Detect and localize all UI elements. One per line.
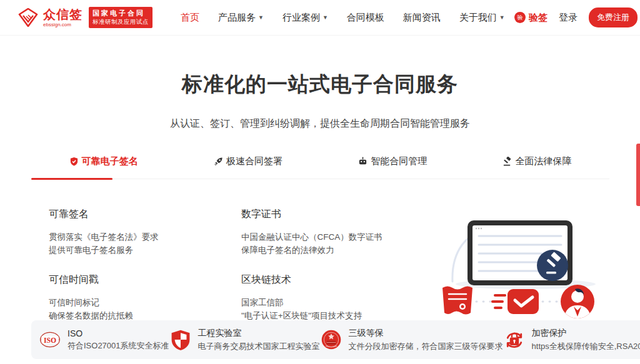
login-link[interactable]: 登录 xyxy=(559,12,578,24)
envelope-icon xyxy=(492,289,539,314)
page: 众信签 ebssign.com 国家电子合同 标准研制及应用试点 首页 产品服务… xyxy=(0,0,640,364)
chevron-down-icon: ▼ xyxy=(258,14,264,21)
tab-legal-protection[interactable]: 全面法律保障 xyxy=(465,155,609,179)
hero-section: 标准化的一站式电子合同服务 从认证、签订、管理到纠纷调解，提供全生命周期合同智能… xyxy=(0,36,640,130)
feature-line: 贯彻落实《电子签名法》要求 xyxy=(49,231,192,244)
feature-trusted-timestamp: 可信时间戳 可信时间标记 确保签名数据的抗抵赖 xyxy=(49,273,192,323)
verify-signature-link[interactable]: 验 验签 xyxy=(514,12,548,24)
shield-icon xyxy=(169,328,192,351)
feature-line: 国家工信部 xyxy=(241,297,385,310)
assurance-desc: 文件分段加密存储，符合国家三级等保要求 xyxy=(349,341,503,352)
nav-item-cases[interactable]: 行业案例▼ xyxy=(282,12,328,24)
feature-reliable-signature: 可靠签名 贯彻落实《电子签名法》要求 提供可靠电子签名服务 xyxy=(49,208,192,257)
main-nav: 首页 产品服务▼ 行业案例▼ 合同模板 新闻资讯 关于我们▼ xyxy=(181,12,505,24)
header: 众信签 ebssign.com 国家电子合同 标准研制及应用试点 首页 产品服务… xyxy=(0,0,640,36)
esign-illustration xyxy=(435,208,604,320)
assurance-title: 工程实验室 xyxy=(198,328,320,339)
assurance-title: 加密保护 xyxy=(532,328,640,339)
verify-label: 验签 xyxy=(529,12,548,24)
brand-name: 众信签 xyxy=(43,8,82,21)
iso-stamp-icon: ISO xyxy=(39,328,61,351)
page-title: 标准化的一站式电子合同服务 xyxy=(0,71,640,99)
tab-label: 极速合同签署 xyxy=(226,155,282,167)
badge-line1: 国家电子合同 xyxy=(92,9,149,18)
tab-reliable-esignature[interactable]: 可靠电子签名 xyxy=(31,155,176,179)
shield-check-icon xyxy=(69,157,79,166)
assurance-encryption: 加密保护 https全栈保障传输安全,RSA2048双向加密传输 xyxy=(503,328,640,352)
assurance-title: ISO xyxy=(68,328,169,338)
assurance-iso: ISO ISO 符合ISO27001系统安全标准 xyxy=(39,328,169,352)
chevron-down-icon: ▼ xyxy=(499,14,505,21)
feature-title: 区块链技术 xyxy=(241,273,385,287)
page-subtitle: 从认证、签订、管理到纠纷调解，提供全生命周期合同智能管理服务 xyxy=(0,117,640,130)
feature-line: 提供可靠电子签名服务 xyxy=(49,244,192,257)
chevron-down-icon: ▼ xyxy=(322,14,328,21)
feature-panel: 可靠签名 贯彻落实《电子签名法》要求 提供可靠电子签名服务 可信时间戳 可信时间… xyxy=(0,208,640,333)
feature-column-right: 数字证书 中国金融认证中心（CFCA）数字证书 保障电子签名的法律效力 区块链技… xyxy=(241,208,385,339)
active-tab-indicator xyxy=(31,178,112,180)
national-emblem-icon xyxy=(320,328,342,351)
feature-line: 中国金融认证中心（CFCA）数字证书 xyxy=(241,231,385,244)
feature-digital-certificate: 数字证书 中国金融认证中心（CFCA）数字证书 保障电子签名的法律效力 xyxy=(241,208,385,257)
robot-icon xyxy=(358,157,368,166)
national-pilot-badge: 国家电子合同 标准研制及应用试点 xyxy=(89,7,152,28)
assurance-title: 三级等保 xyxy=(349,328,503,339)
nav-item-news[interactable]: 新闻资讯 xyxy=(403,12,441,24)
feature-title: 可信时间戳 xyxy=(49,273,192,287)
logo[interactable]: 众信签 ebssign.com 国家电子合同 标准研制及应用试点 xyxy=(18,7,152,28)
tab-fast-signing[interactable]: 极速合同签署 xyxy=(176,155,320,179)
logo-diamond-icon xyxy=(18,8,39,27)
feature-title: 可靠签名 xyxy=(49,208,192,221)
side-widget-bar[interactable] xyxy=(636,144,640,206)
tab-label: 可靠电子签名 xyxy=(82,155,138,167)
assurance-desc: https全栈保障传输安全,RSA2048双向加密传输 xyxy=(532,341,640,352)
feature-line: 可信时间标记 xyxy=(49,297,192,310)
assurance-bar: ISO ISO 符合ISO27001系统安全标准 工程实验室 电子商务交易技术国… xyxy=(31,320,640,359)
tab-label: 全面法律保障 xyxy=(515,155,571,167)
assurance-desc: 电子商务交易技术国家工程实验室 xyxy=(198,341,320,352)
nav-item-home[interactable]: 首页 xyxy=(181,12,199,24)
feature-title: 数字证书 xyxy=(241,208,385,221)
certificate-icon xyxy=(442,287,472,315)
header-actions: 验 验签 登录 免费注册 xyxy=(514,7,640,27)
feature-blockchain: 区块链技术 国家工信部 "电子认证+区块链"项目技术支持 xyxy=(241,273,385,323)
nav-item-products[interactable]: 产品服务▼ xyxy=(218,12,264,24)
nav-item-about[interactable]: 关于我们▼ xyxy=(459,12,505,24)
feature-column-left: 可靠签名 贯彻落实《电子签名法》要求 提供可靠电子签名服务 可信时间戳 可信时间… xyxy=(49,208,192,339)
badge-line2: 标准研制及应用试点 xyxy=(92,18,149,26)
rocket-icon xyxy=(214,157,223,166)
logo-text: 众信签 ebssign.com xyxy=(43,8,82,27)
svg-text:ISO: ISO xyxy=(44,337,56,345)
lock-icon xyxy=(503,328,526,351)
assurance-lab: 工程实验室 电子商务交易技术国家工程实验室 xyxy=(169,328,320,352)
gavel-icon xyxy=(502,157,512,166)
nav-item-templates[interactable]: 合同模板 xyxy=(347,12,384,24)
feature-line: 保障电子签名的法律效力 xyxy=(241,244,385,257)
tab-smart-management[interactable]: 智能合同管理 xyxy=(321,155,465,179)
verify-shield-icon: 验 xyxy=(514,12,526,23)
brand-domain: ebssign.com xyxy=(43,22,82,27)
assurance-desc: 符合ISO27001系统安全标准 xyxy=(68,340,169,352)
free-register-button[interactable]: 免费注册 xyxy=(589,7,638,27)
avatar xyxy=(561,285,594,320)
feature-tabs: 可靠电子签名 极速合同签署 智能合同管理 xyxy=(31,155,609,179)
tab-label: 智能合同管理 xyxy=(371,155,427,167)
assurance-classified-protection: 三级等保 文件分段加密存储，符合国家三级等保要求 xyxy=(320,328,503,352)
